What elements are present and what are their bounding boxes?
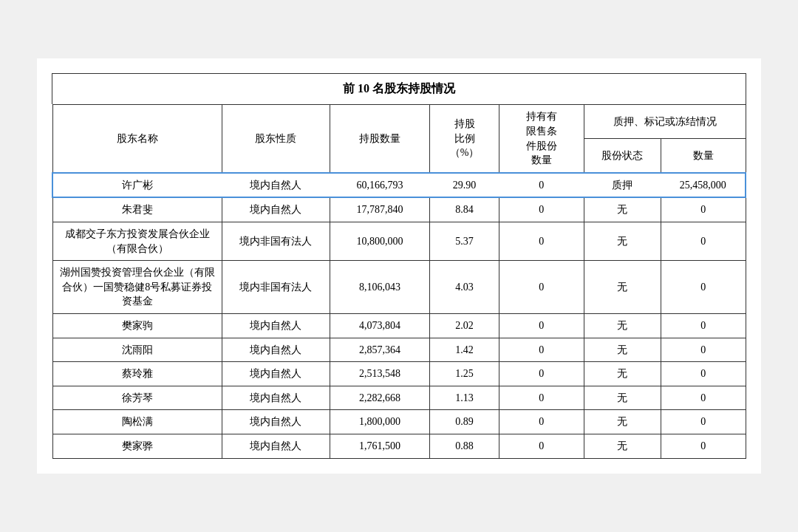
cell-shares: 60,166,793: [330, 173, 429, 198]
cell-shares: 8,106,043: [330, 261, 429, 314]
cell-status: 无: [584, 222, 661, 261]
cell-type: 境内非国有法人: [222, 261, 330, 314]
cell-quantity: 0: [661, 386, 746, 410]
cell-restricted: 0: [499, 410, 584, 434]
cell-shares: 2,857,364: [330, 338, 429, 362]
cell-status: 无: [584, 362, 661, 386]
cell-shares: 2,282,668: [330, 386, 429, 410]
cell-quantity: 0: [661, 261, 746, 314]
cell-name: 湖州国赞投资管理合伙企业（有限合伙）一国赞稳健8号私募证券投资基金: [52, 261, 222, 314]
header-shares-held: 持股数量: [330, 105, 429, 173]
shareholders-table: 股东名称 股东性质 持股数量 持股比例（%） 持有有限售条件股份数量 质押、标记…: [52, 104, 746, 458]
cell-type: 境内自然人: [222, 362, 330, 386]
cell-type: 境内自然人: [222, 313, 330, 338]
cell-status: 无: [584, 434, 661, 458]
cell-type: 境内自然人: [222, 338, 330, 362]
table-row: 樊家骅境内自然人1,761,5000.880无0: [52, 434, 746, 458]
cell-restricted: 0: [499, 222, 584, 261]
header-quantity: 数量: [661, 139, 746, 173]
cell-type: 境内自然人: [222, 173, 330, 198]
cell-shares: 10,800,000: [330, 222, 429, 261]
cell-type: 境内自然人: [222, 386, 330, 410]
cell-ratio: 0.88: [430, 434, 499, 458]
cell-name: 樊家驹: [52, 313, 222, 338]
cell-status: 质押: [584, 173, 661, 198]
cell-status: 无: [584, 386, 661, 410]
header-shareholder-type: 股东性质: [222, 105, 330, 173]
cell-ratio: 1.42: [430, 338, 499, 362]
cell-name: 蔡玲雅: [52, 362, 222, 386]
cell-name: 朱君斐: [52, 197, 222, 222]
cell-quantity: 0: [661, 362, 746, 386]
cell-status: 无: [584, 313, 661, 338]
cell-restricted: 0: [499, 261, 584, 314]
main-container: 前 10 名股东持股情况 股东名称 股东性质 持股数量 持股比例（%） 持有有限…: [37, 58, 761, 473]
cell-ratio: 29.90: [430, 173, 499, 198]
cell-restricted: 0: [499, 434, 584, 458]
table-row: 朱君斐境内自然人17,787,8408.840无0: [52, 197, 746, 222]
cell-name: 樊家骅: [52, 434, 222, 458]
header-ratio: 持股比例（%）: [430, 105, 499, 173]
cell-restricted: 0: [499, 386, 584, 410]
header-row-1: 股东名称 股东性质 持股数量 持股比例（%） 持有有限售条件股份数量 质押、标记…: [52, 105, 746, 139]
header-share-status: 股份状态: [584, 139, 661, 173]
table-row: 沈雨阳境内自然人2,857,3641.420无0: [52, 338, 746, 362]
cell-quantity: 25,458,000: [661, 173, 746, 198]
cell-type: 境内自然人: [222, 197, 330, 222]
table-title: 前 10 名股东持股情况: [52, 73, 746, 104]
cell-name: 成都交子东方投资发展合伙企业（有限合伙）: [52, 222, 222, 261]
cell-quantity: 0: [661, 434, 746, 458]
cell-shares: 1,761,500: [330, 434, 429, 458]
cell-restricted: 0: [499, 362, 584, 386]
cell-ratio: 5.37: [430, 222, 499, 261]
cell-quantity: 0: [661, 338, 746, 362]
cell-shares: 1,800,000: [330, 410, 429, 434]
cell-ratio: 2.02: [430, 313, 499, 338]
cell-ratio: 0.89: [430, 410, 499, 434]
table-row: 樊家驹境内自然人4,073,8042.020无0: [52, 313, 746, 338]
cell-restricted: 0: [499, 173, 584, 198]
cell-type: 境内自然人: [222, 434, 330, 458]
cell-type: 境内非国有法人: [222, 222, 330, 261]
cell-status: 无: [584, 410, 661, 434]
cell-ratio: 4.03: [430, 261, 499, 314]
table-row: 蔡玲雅境内自然人2,513,5481.250无0: [52, 362, 746, 386]
header-restricted: 持有有限售条件股份数量: [499, 105, 584, 173]
cell-name: 沈雨阳: [52, 338, 222, 362]
cell-ratio: 1.25: [430, 362, 499, 386]
cell-name: 陶松满: [52, 410, 222, 434]
cell-type: 境内自然人: [222, 410, 330, 434]
cell-status: 无: [584, 261, 661, 314]
cell-restricted: 0: [499, 313, 584, 338]
cell-name: 许广彬: [52, 173, 222, 198]
cell-ratio: 8.84: [430, 197, 499, 222]
table-body: 许广彬境内自然人60,166,79329.900质押25,458,000朱君斐境…: [52, 173, 746, 458]
cell-shares: 4,073,804: [330, 313, 429, 338]
header-shareholder-name: 股东名称: [52, 105, 222, 173]
cell-shares: 2,513,548: [330, 362, 429, 386]
cell-shares: 17,787,840: [330, 197, 429, 222]
cell-status: 无: [584, 338, 661, 362]
table-row: 陶松满境内自然人1,800,0000.890无0: [52, 410, 746, 434]
table-row: 许广彬境内自然人60,166,79329.900质押25,458,000: [52, 173, 746, 198]
cell-quantity: 0: [661, 197, 746, 222]
cell-quantity: 0: [661, 410, 746, 434]
cell-restricted: 0: [499, 338, 584, 362]
cell-restricted: 0: [499, 197, 584, 222]
header-pledge-group: 质押、标记或冻结情况: [584, 105, 746, 139]
cell-ratio: 1.13: [430, 386, 499, 410]
cell-name: 徐芳琴: [52, 386, 222, 410]
cell-quantity: 0: [661, 222, 746, 261]
table-row: 成都交子东方投资发展合伙企业（有限合伙）境内非国有法人10,800,0005.3…: [52, 222, 746, 261]
table-row: 徐芳琴境内自然人2,282,6681.130无0: [52, 386, 746, 410]
cell-status: 无: [584, 197, 661, 222]
cell-quantity: 0: [661, 313, 746, 338]
table-row: 湖州国赞投资管理合伙企业（有限合伙）一国赞稳健8号私募证券投资基金境内非国有法人…: [52, 261, 746, 314]
